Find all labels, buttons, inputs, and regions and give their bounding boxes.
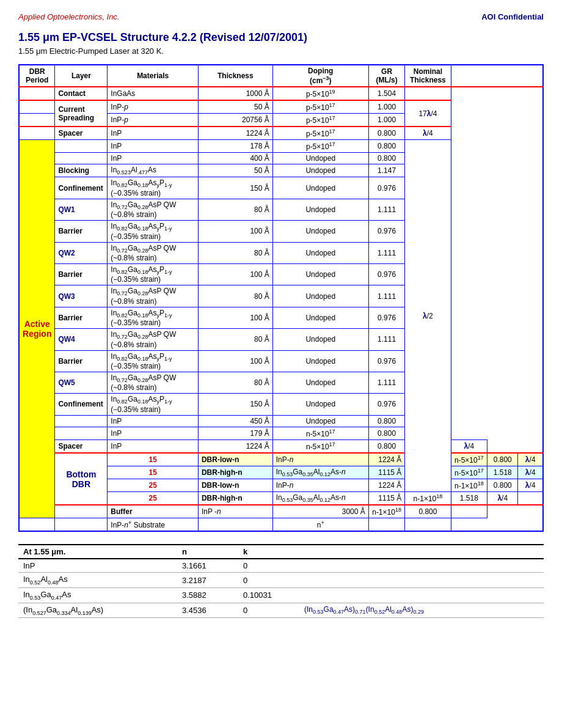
table-row: QW4 In0.72Ga0.28AsP QW (~0.8% strain) 80… xyxy=(19,329,543,350)
table-row: InP 400 Å Undoped 0.800 xyxy=(19,153,543,164)
table-row: Barrier In0.82Ga0.18AsyP1-y (−0.35% stra… xyxy=(19,350,543,372)
summary-row-ingaas: In0.53Ga0.47As 3.5882 0.10031 xyxy=(18,588,544,603)
col-header-dbr: DBRPeriod xyxy=(19,65,55,87)
table-row: CurrentSpreading InP-p 50 Å p-5×1017 1.0… xyxy=(19,100,543,114)
table-row: Barrier In0.82Ga0.18AsyP1-y (−0.35% stra… xyxy=(19,263,543,285)
company-name: Applied Optoelectronics, Inc. xyxy=(18,12,119,21)
page-subtitle: 1.55 μm Electric-Pumped Laser at 320 K. xyxy=(18,46,544,56)
col-header-nominal: NominalThickness xyxy=(405,65,451,87)
table-row: BottomDBR 15 DBR-low-n InP-n 1224 Å n-5×… xyxy=(19,453,543,466)
table-row: Barrier In0.82Ga0.18AsyP1-y (−0.35% stra… xyxy=(19,221,543,242)
col-header-thickness: Thickness xyxy=(198,65,272,87)
table-row: QW5 In0.72Ga0.28AsP QW (~0.8% strain) 80… xyxy=(19,372,543,393)
table-row: QW1 In0.72Ga0.28AsP QW (~0.8% strain) 80… xyxy=(19,199,543,220)
table-row: Confinement In0.82Ga0.18AsyP1-y (−0.35% … xyxy=(19,394,543,415)
structure-table: DBRPeriod Layer Materials Thickness Dopi… xyxy=(18,64,544,532)
table-row: Blocking In0.523Al.477As 50 Å Undoped 1.… xyxy=(19,164,543,177)
col-header-materials: Materials xyxy=(108,65,199,87)
table-row: QW3 In0.72Ga0.28AsP QW (~0.8% strain) 80… xyxy=(19,285,543,307)
confidential-label: AOI Confidential xyxy=(481,12,544,21)
table-row: Spacer InP 1224 Å n-5×1017 0.800 λ/4 xyxy=(19,439,543,453)
table-row: ActiveRegion InP 178 Å p-5×1017 0.800 λ/… xyxy=(19,140,543,153)
table-row: QW2 In0.72Ga0.28AsP QW (~0.8% strain) 80… xyxy=(19,242,543,263)
summary-table: At 1.55 μm. n k InP 3.1661 0 In0.52Al0.4… xyxy=(18,544,544,618)
summary-header: At 1.55 μm. n k xyxy=(18,545,544,559)
table-row: InP 450 Å Undoped 0.800 xyxy=(19,415,543,427)
summary-row-inp: InP 3.1661 0 xyxy=(18,559,544,573)
col-header-gr: GR(ML/s) xyxy=(368,65,405,87)
table-row: Contact InGaAs 1000 Å p-5×1019 1.504 xyxy=(19,87,543,100)
col-header-doping: Doping(cm−3) xyxy=(272,65,368,87)
summary-row-quaternary: (In0.527Ga0.334Al0.139As) 3.4536 0 (In0.… xyxy=(18,603,544,618)
table-row: Buffer InP -n 3000 Å n-1×1018 0.800 xyxy=(19,505,543,518)
summary-row-inalas: In0.52Al0.48As 3.2187 0 xyxy=(18,573,544,588)
table-row: Confinement In0.82Ga0.18AsyP1-y (−0.35% … xyxy=(19,177,543,199)
table-row: InP 179 Å n-5×1017 0.800 xyxy=(19,427,543,439)
table-row: InP-n+ Substrate n+ xyxy=(19,518,543,532)
table-row: Barrier In0.82Ga0.18AsyP1-y (−0.35% stra… xyxy=(19,307,543,328)
col-header-layer: Layer xyxy=(55,65,108,87)
page-title: 1.55 μm EP-VCSEL Structure 4.2.2 (Revise… xyxy=(18,31,544,44)
table-row: Spacer InP 1224 Å p-5×1017 0.800 λ/4 xyxy=(19,127,543,140)
